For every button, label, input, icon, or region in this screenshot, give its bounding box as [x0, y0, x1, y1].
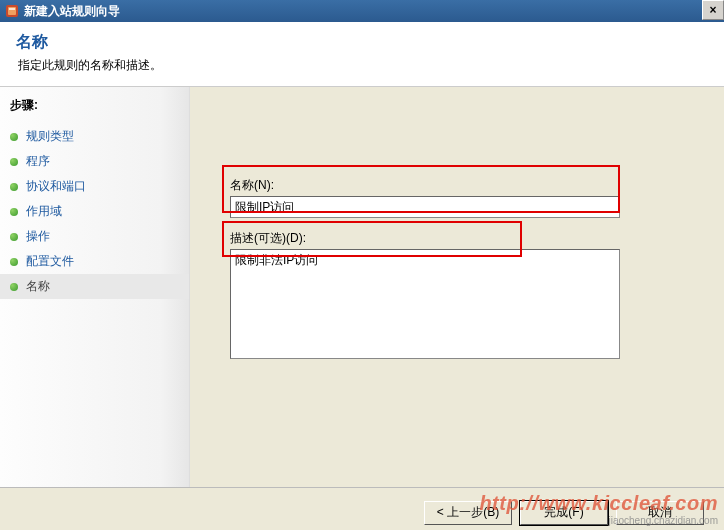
- step-label: 作用域: [26, 203, 62, 220]
- name-input[interactable]: [230, 196, 620, 218]
- steps-sidebar: 步骤: 规则类型程序协议和端口作用域操作配置文件名称: [0, 87, 190, 487]
- cancel-button[interactable]: 取消: [616, 501, 704, 525]
- bullet-icon: [10, 258, 18, 266]
- steps-heading: 步骤:: [10, 97, 189, 114]
- step-label: 操作: [26, 228, 50, 245]
- page-title: 名称: [16, 32, 708, 53]
- bullet-icon: [10, 158, 18, 166]
- window-title: 新建入站规则向导: [24, 3, 120, 20]
- step-label: 配置文件: [26, 253, 74, 270]
- step-label: 程序: [26, 153, 50, 170]
- svg-rect-2: [9, 8, 15, 10]
- back-button[interactable]: < 上一步(B): [424, 501, 512, 525]
- step-label: 规则类型: [26, 128, 74, 145]
- bullet-icon: [10, 208, 18, 216]
- description-field-row: 描述(可选)(D):: [230, 230, 694, 362]
- close-icon: ×: [709, 3, 716, 17]
- description-label: 描述(可选)(D):: [230, 230, 694, 247]
- step-item[interactable]: 程序: [10, 149, 189, 174]
- bullet-icon: [10, 283, 18, 291]
- close-button[interactable]: ×: [702, 0, 724, 20]
- step-item[interactable]: 操作: [10, 224, 189, 249]
- description-textarea[interactable]: [230, 249, 620, 359]
- step-item[interactable]: 配置文件: [10, 249, 189, 274]
- app-icon: [4, 3, 20, 19]
- name-field-row: 名称(N):: [230, 177, 694, 218]
- bullet-icon: [10, 233, 18, 241]
- name-label: 名称(N):: [230, 177, 694, 194]
- step-item[interactable]: 协议和端口: [10, 174, 189, 199]
- title-bar: 新建入站规则向导 ×: [0, 0, 724, 22]
- wizard-body: 步骤: 规则类型程序协议和端口作用域操作配置文件名称 名称(N): 描述(可选)…: [0, 87, 724, 487]
- step-item[interactable]: 作用域: [10, 199, 189, 224]
- step-label: 协议和端口: [26, 178, 86, 195]
- bullet-icon: [10, 133, 18, 141]
- page-header: 名称 指定此规则的名称和描述。: [0, 22, 724, 87]
- finish-button[interactable]: 完成(F): [520, 501, 608, 525]
- step-item[interactable]: 规则类型: [10, 124, 189, 149]
- page-description: 指定此规则的名称和描述。: [18, 57, 708, 74]
- step-item[interactable]: 名称: [0, 274, 189, 299]
- bullet-icon: [10, 183, 18, 191]
- form-content: 名称(N): 描述(可选)(D):: [190, 87, 724, 487]
- wizard-footer: < 上一步(B) 完成(F) 取消: [0, 487, 724, 530]
- step-label: 名称: [26, 278, 50, 295]
